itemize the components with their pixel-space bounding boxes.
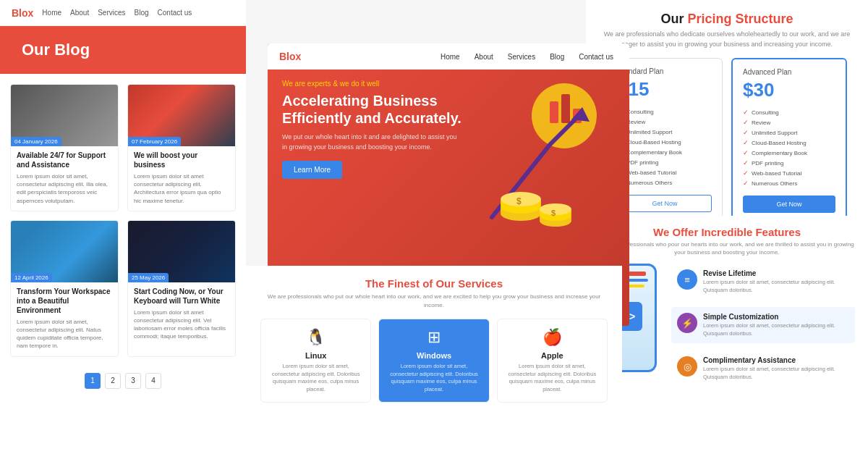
check-icon: ✓ <box>743 109 749 116</box>
hero-nav-services[interactable]: Services <box>508 53 535 61</box>
plan-feature: ✓Cloud-Based Hosting <box>743 138 835 148</box>
blog-card: 12 April 2026 Transform Your Workspace i… <box>10 220 119 357</box>
blog-nav-contact[interactable]: Contact us <box>158 9 192 17</box>
page-btn-4[interactable]: 4 <box>145 373 161 389</box>
plan-get-now-advanced[interactable]: Get Now <box>743 196 835 213</box>
features-content: </> ≡ Revise Lifetime Lorem ipsum dolor … <box>599 264 855 394</box>
plan-feature: ✓Numerous Others <box>618 177 712 188</box>
blog-date-badge: 04 January 2026 <box>11 137 61 146</box>
check-icon: ✓ <box>743 169 749 177</box>
pricing-subtitle: We are professionals who dedicate oursel… <box>600 30 854 49</box>
features-list: ≡ Revise Lifetime Lorem ipsum dolor sit … <box>671 264 855 394</box>
service-card-apple: 🍎 Apple Lorem ipsum dolor sit amet, cons… <box>497 319 608 403</box>
blog-card: 07 February 2026 We will boost your busi… <box>127 84 236 211</box>
plan-feature: ✓Consulting <box>618 106 712 117</box>
plan-feature: ✓Web-based Tutorial <box>618 167 712 177</box>
pricing-card-advanced: Advanced Plan $30 ✓Consulting ✓Review ✓U… <box>731 58 847 223</box>
blog-nav-services[interactable]: Services <box>98 9 125 17</box>
feature-desc-assist: Lorem ipsum dolor sit amet, consectetur … <box>703 366 849 381</box>
services-title-finest: The Finest of Our <box>365 277 455 290</box>
blog-card-title: We will boost your business <box>134 151 229 169</box>
windows-icon: ⊞ <box>386 328 481 347</box>
feature-desc-customize: Lorem ipsum dolor sit amet, consectetur … <box>703 322 849 337</box>
check-icon: ✓ <box>743 139 749 146</box>
blog-nav-about[interactable]: About <box>70 9 89 17</box>
service-name-apple: Apple <box>505 351 600 360</box>
feature-title-revise: Revise Lifetime <box>703 269 849 277</box>
blog-card-body: Transform Your Workspace into a Beautifu… <box>11 282 118 356</box>
plan-feature: ✓Complementary Book <box>618 147 712 157</box>
feature-title-customize: Simple Customization <box>703 313 849 321</box>
feature-item-customize: ⚡ Simple Customization Lorem ipsum dolor… <box>671 307 855 343</box>
apple-icon: 🍎 <box>505 328 600 347</box>
linux-icon: 🐧 <box>268 328 363 347</box>
hero-nav-contact[interactable]: Contact us <box>579 53 613 61</box>
services-title: The Finest of Our Services <box>260 277 608 290</box>
plan-name-advanced: Advanced Plan <box>743 68 835 76</box>
svg-rect-1 <box>550 101 558 123</box>
service-text-apple: Lorem ipsum dolor sit amet, consectetur … <box>505 363 600 393</box>
page-btn-3[interactable]: 3 <box>125 373 141 389</box>
hero-graphic: $ $ <box>477 72 622 246</box>
plan-feature: ✓PDF printing <box>618 157 712 167</box>
check-icon: ✓ <box>743 119 749 126</box>
plan-get-now-standard[interactable]: Get Now <box>618 195 712 212</box>
plan-feature: ✓Complementary Book <box>743 148 835 158</box>
hero-nav-about[interactable]: About <box>475 53 493 61</box>
features-title-rest: Features <box>755 226 801 238</box>
blog-card-title: Start Coding Now, or Your Keyboard will … <box>134 287 229 306</box>
blog-section: Blox Home About Services Blog Contact us… <box>0 0 246 454</box>
blog-title: Our Blog <box>22 41 90 59</box>
pricing-title-colored: Pricing <box>687 12 731 26</box>
plan-feature: ✓Web-based Tutorial <box>743 168 835 178</box>
page-btn-1[interactable]: 1 <box>85 373 101 389</box>
blog-nav-blog[interactable]: Blog <box>135 9 149 17</box>
plan-price-standard: $15 <box>618 78 712 101</box>
services-title-colored: Services <box>458 277 503 290</box>
service-name-linux: Linux <box>268 351 363 360</box>
blog-date-badge: 25 May 2026 <box>128 273 169 282</box>
feature-text: Revise Lifetime Lorem ipsum dolor sit am… <box>703 269 849 294</box>
plan-feature: ✓Unlimited Support <box>743 127 835 138</box>
plan-feature: ✓Consulting <box>743 107 835 117</box>
service-card-windows: ⊞ Windows Lorem ipsum dolor sit amet, co… <box>378 319 489 403</box>
blog-header: Our Blog <box>0 26 246 74</box>
hero-subtitle: We put our whole heart into it and are d… <box>282 133 463 152</box>
plan-feature: ✓PDF printing <box>743 158 835 168</box>
revise-icon: ≡ <box>677 269 697 290</box>
blog-card-image: 25 May 2026 <box>128 221 235 282</box>
check-icon: ✓ <box>743 159 749 167</box>
pricing-title-rest: Structure <box>732 12 793 26</box>
blog-card-body: We will boost your business Lorem ipsum … <box>128 146 235 211</box>
blog-card-image: 07 February 2026 <box>128 85 235 146</box>
hero-nav-home[interactable]: Home <box>441 53 460 61</box>
blog-nav-home[interactable]: Home <box>42 9 61 17</box>
plan-feature: ✓Cloud-Based Hosting <box>618 137 712 147</box>
hero-nav-blog[interactable]: Blog <box>550 53 564 61</box>
page-btn-2[interactable]: 2 <box>105 373 121 389</box>
plan-feature: ✓Review <box>743 117 835 127</box>
blog-top-nav: Blox Home About Services Blog Contact us <box>0 0 246 26</box>
features-subtitle: We are professionals who pour our hearts… <box>599 240 855 256</box>
feature-text: Simple Customization Lorem ipsum dolor s… <box>703 313 849 337</box>
hero-content: We are experts & we do it well Accelerat… <box>282 80 463 179</box>
blog-grid: 04 January 2026 Available 24/7 for Suppo… <box>0 74 246 367</box>
blog-date-badge: 07 February 2026 <box>128 137 181 146</box>
plan-name-standard: Standard Plan <box>618 67 712 75</box>
blog-card-text: Lorem ipsum dolor sit amet consectetur a… <box>134 308 229 341</box>
svg-rect-2 <box>561 94 570 123</box>
service-name-windows: Windows <box>386 351 481 360</box>
hero-cta-button[interactable]: Learn More <box>282 161 342 179</box>
blog-card-image: 12 April 2026 <box>11 221 118 282</box>
blog-card-title: Available 24/7 for Support and Assistanc… <box>17 151 112 169</box>
features-title-we-offer: We Offer <box>653 226 698 238</box>
blog-card: 25 May 2026 Start Coding Now, or Your Ke… <box>127 220 236 357</box>
hero-illustration: $ $ <box>477 72 615 239</box>
blog-card-image: 04 January 2026 <box>11 85 118 146</box>
assist-icon: ◎ <box>677 356 697 377</box>
hero-nav: Blox Home About Services Blog Contact us <box>268 43 629 70</box>
svg-text:$: $ <box>551 209 556 217</box>
service-card-linux: 🐧 Linux Lorem ipsum dolor sit amet, cons… <box>260 319 371 403</box>
customize-icon: ⚡ <box>677 313 697 333</box>
feature-title-assist: Complimentary Assistance <box>703 356 849 364</box>
